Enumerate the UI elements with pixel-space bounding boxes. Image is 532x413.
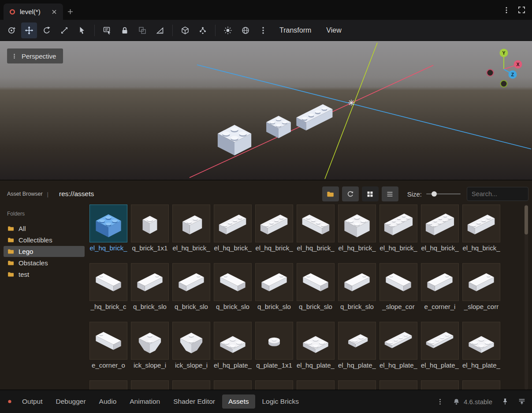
asset-tile[interactable]: el_hq_plate_: [338, 322, 376, 370]
asset-tile[interactable]: e_corner_i: [421, 263, 459, 311]
cube-icon: [181, 26, 190, 35]
folders-toggle-button[interactable]: [322, 186, 339, 201]
lego-brick-1x4[interactable]: [292, 93, 338, 139]
lego-plate14-icon: [423, 324, 457, 358]
refresh-button[interactable]: [342, 186, 359, 201]
bottom-more-options-button[interactable]: [436, 398, 444, 406]
asset-tile[interactable]: [214, 380, 252, 390]
asset-tile[interactable]: el_hq_plate_: [214, 322, 252, 370]
asset-tile[interactable]: [297, 380, 335, 390]
slider-knob[interactable]: [432, 191, 437, 197]
view-menu[interactable]: View: [319, 22, 349, 38]
close-scene-tab-button[interactable]: [51, 8, 58, 15]
asset-tile[interactable]: el_hq_brick_: [89, 205, 127, 253]
tab-logic-bricks[interactable]: Logic Bricks: [256, 394, 305, 409]
pin-bottom-panel-button[interactable]: [501, 398, 509, 406]
size-slider[interactable]: [426, 186, 461, 201]
asset-tile[interactable]: ick_slope_i: [131, 322, 169, 370]
asset-tile[interactable]: q_brick_slo: [255, 263, 293, 311]
asset-tile[interactable]: q_brick_slo: [131, 263, 169, 311]
asset-thumbnail: [297, 380, 335, 390]
asset-tile[interactable]: el_hq_brick_: [462, 205, 500, 253]
transform-menu[interactable]: Transform: [272, 22, 319, 38]
viewport-options-button[interactable]: [255, 22, 271, 38]
3d-viewport[interactable]: Y X Z Perspective: [0, 41, 532, 180]
asset-tile[interactable]: el_hq_brick_: [338, 205, 376, 253]
select-list-button[interactable]: [99, 22, 115, 38]
asset-tile[interactable]: q_brick_slo: [214, 263, 252, 311]
move-tool-button[interactable]: [21, 22, 37, 38]
asset-tile[interactable]: _hq_brick_c: [89, 263, 127, 311]
orbit-tool-button[interactable]: [4, 22, 19, 38]
asset-tile[interactable]: [172, 380, 210, 390]
asset-tile[interactable]: q_plate_1x1: [255, 322, 293, 370]
asset-tile-label: _hq_brick_c: [89, 303, 127, 311]
list-view-button[interactable]: [382, 186, 398, 201]
asset-tile[interactable]: _slope_cor: [379, 263, 417, 311]
asset-tile[interactable]: [421, 380, 459, 390]
asset-tile[interactable]: [131, 380, 169, 390]
asset-tile[interactable]: el_hq_brick_: [297, 205, 335, 253]
tab-debugger[interactable]: Debugger: [50, 394, 92, 409]
version-info[interactable]: 4.6.stable: [453, 398, 492, 406]
perspective-menu-button[interactable]: Perspective: [7, 48, 63, 63]
lock-button[interactable]: [117, 22, 133, 38]
expand-bottom-panel-button[interactable]: [518, 398, 526, 406]
lego-b22-icon: [174, 382, 208, 390]
asset-tile[interactable]: el_hq_plate_: [297, 322, 335, 370]
scene-tab[interactable]: level(*): [4, 4, 63, 20]
asset-tile[interactable]: el_hq_plate_: [462, 322, 500, 370]
asset-tile[interactable]: [462, 380, 500, 390]
asset-tile[interactable]: q_brick_slo: [297, 263, 335, 311]
tab-animation[interactable]: Animation: [123, 394, 166, 409]
fullscreen-icon[interactable]: [517, 6, 526, 14]
lego-brick-2x2[interactable]: [212, 114, 257, 160]
tab-shader-editor[interactable]: Shader Editor: [167, 394, 221, 409]
add-scene-tab-button[interactable]: [63, 4, 78, 20]
asset-tile[interactable]: el_hq_brick_: [214, 205, 252, 253]
asset-thumbnail: [421, 263, 459, 301]
grid-view-button[interactable]: [362, 186, 379, 201]
search-input[interactable]: [467, 187, 528, 201]
group-button[interactable]: [134, 22, 150, 38]
ruler-button[interactable]: [152, 22, 168, 38]
scrollbar-thumb[interactable]: [525, 205, 528, 234]
select-tool-button[interactable]: [74, 22, 90, 38]
folder-item-test[interactable]: test: [4, 269, 85, 280]
lego-plate14-icon: [381, 382, 416, 390]
tab-audio[interactable]: Audio: [93, 394, 123, 409]
preview-sun-button[interactable]: [220, 22, 236, 38]
asset-tile[interactable]: [338, 380, 376, 390]
more-options-button[interactable]: [502, 6, 510, 14]
move-icon: [25, 26, 33, 35]
folder-item-obstacles[interactable]: Obstacles: [4, 257, 85, 268]
asset-tile[interactable]: e_corner_o: [89, 322, 127, 370]
rotate-tool-button[interactable]: [39, 22, 55, 38]
asset-tile[interactable]: [255, 380, 293, 390]
skeleton-options-button[interactable]: [195, 22, 211, 38]
asset-tile[interactable]: el_hq_plate_: [379, 322, 417, 370]
asset-tile[interactable]: el_hq_brick_: [172, 205, 210, 253]
asset-tile[interactable]: [89, 380, 127, 390]
folder-item-collectibles[interactable]: Collectibles: [4, 234, 85, 246]
asset-tile[interactable]: [379, 380, 417, 390]
local-space-button[interactable]: [177, 22, 193, 38]
asset-tile[interactable]: q_brick_slo: [338, 263, 376, 311]
asset-tile[interactable]: el_hq_plate_: [421, 322, 459, 370]
preview-environment-button[interactable]: [238, 22, 253, 38]
scale-tool-button[interactable]: [56, 22, 72, 38]
asset-grid-scrollbar[interactable]: [525, 205, 528, 390]
asset-tile[interactable]: el_hq_brick_: [255, 205, 293, 253]
asset-tile[interactable]: el_hq_brick_: [421, 205, 459, 253]
asset-tile[interactable]: q_brick_slo: [172, 263, 210, 311]
asset-tile[interactable]: ick_slope_i: [172, 322, 210, 370]
tab-assets[interactable]: Assets: [222, 394, 255, 409]
asset-tile[interactable]: q_brick_1x1: [131, 205, 169, 253]
lego-brick-2x2-small[interactable]: [262, 108, 295, 141]
asset-tile[interactable]: _slope_corr: [462, 263, 500, 311]
asset-tile[interactable]: el_hq_brick_: [379, 205, 417, 253]
tab-output[interactable]: Output: [16, 394, 49, 409]
folder-item-all[interactable]: All: [4, 223, 85, 234]
lego-b11-icon: [133, 206, 167, 241]
folder-item-lego[interactable]: Lego: [4, 246, 85, 257]
